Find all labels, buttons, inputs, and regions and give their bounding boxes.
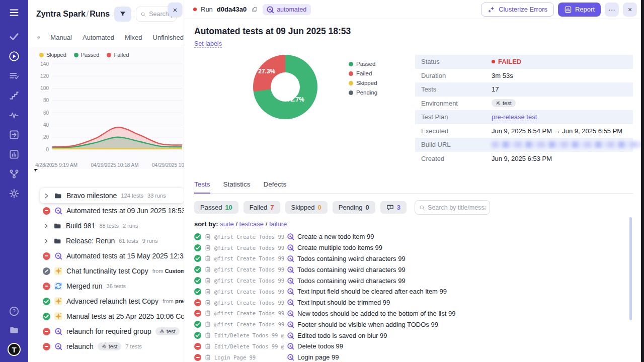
test-title[interactable]: Text input field should be cleared after… [297,288,447,295]
test-row[interactable]: @first Create Todos 99...Footer should b… [194,319,633,330]
info-value[interactable]: pre-release test [492,113,537,121]
expand-chevron-icon[interactable] [43,223,49,229]
sidebar-item-gear[interactable] [9,188,20,199]
tests-search[interactable] [415,200,490,215]
sidebar-item-folders[interactable] [9,324,20,335]
test-suite[interactable]: @first Create Todos 99... [214,266,284,273]
test-suite[interactable]: @first Create Todos 99... [214,234,284,240]
test-plan-link[interactable]: pre-release test [492,113,537,121]
test-suite[interactable]: @first Create Todos 99... [214,289,284,295]
close-run-button[interactable]: × [623,3,637,17]
filter-chip-skipped[interactable]: Skipped0 [285,201,328,214]
sidebar-item-check[interactable] [9,31,20,42]
run-row[interactable]: Chat functinality test Copyfrom Custom S… [28,263,184,279]
menu-icon[interactable] [9,7,20,18]
test-suite[interactable]: @first Create Todos 99... [214,255,284,261]
sidebar-item-stairs[interactable] [9,90,20,101]
filter-button[interactable] [114,7,131,22]
run-row[interactable]: relaunch for required grouptest2 tests [28,324,184,339]
test-suite[interactable]: Edit/Delete Todos 99 @... [214,332,284,338]
test-row[interactable]: @first Create Todos 99...New todos shoul… [194,308,633,319]
run-row[interactable]: Automated tests at 09 Jun 2025 18:53from… [28,203,184,218]
automated-badge[interactable]: automated [263,4,311,15]
menu-icon[interactable] [9,7,20,18]
tab-defects[interactable]: Defects [264,180,287,193]
tab-statistics[interactable]: Statistics [223,180,251,193]
runs-filter-type-icon[interactable] [37,33,40,42]
filter-chip-passed[interactable]: Passed10 [194,201,238,214]
sidebar-item-pulse[interactable] [9,110,20,121]
test-row[interactable]: @first Create Todos 99...Todos containin… [194,275,633,286]
run-row[interactable]: Automated tests at 15 May 2025 12:32from… [28,248,184,263]
sidebar-item-bar-chart[interactable] [9,149,20,160]
test-row[interactable]: @first Create Todos 99...Create multiple… [194,242,633,253]
set-labels-link[interactable]: Set labels [194,40,222,48]
brand-logo[interactable]: T [8,343,21,356]
test-suite[interactable]: Login Page 99 [214,354,284,360]
runs-tab-automated[interactable]: Automated [83,34,114,41]
run-row[interactable]: Merged run36 tests [28,279,184,294]
sidebar-item-help[interactable]: ? [9,306,20,317]
test-row[interactable]: Login Page 99Login page 99 [194,352,633,362]
test-row[interactable]: @first Create Todos 99...Text input fiel… [194,286,633,297]
test-title[interactable]: Edited todo is saved on blur 99 [297,332,387,339]
sidebar-item-list-check[interactable] [9,70,20,81]
test-suite[interactable]: @first Create Todos 99... [214,310,284,316]
runs-tab-unfinished[interactable]: Unfinished [153,34,184,41]
test-title[interactable]: New todos should be added to the bottom … [297,310,455,317]
filter-chip-failed[interactable]: Failed7 [244,201,280,214]
test-suite[interactable]: @first Create Todos 99... [214,300,284,306]
test-suite[interactable]: @first Create Todos 99... [214,245,284,251]
run-row[interactable]: Manual tests at 25 Apr 2025 10:06 Copyfr… [28,309,184,324]
tests-search-input[interactable] [428,204,486,211]
run-folder-row[interactable]: Build 98188 tests2 runs [28,218,184,233]
test-row[interactable]: @first Create Todos 99...Todos containin… [194,264,633,275]
runs-tab-mixed[interactable]: Mixed [125,34,142,41]
test-row[interactable]: @first Create Todos 99...Text input shou… [194,297,633,308]
sidebar-item-play-circle[interactable] [9,51,20,62]
expand-chevron-icon[interactable] [43,238,49,244]
expand-chevron-icon[interactable] [43,193,50,199]
run-folder-row[interactable]: Bravo milestone124 tests33 runs [40,188,184,203]
test-suite[interactable]: Edit/Delete Todos 99 @... [214,343,284,349]
test-title[interactable]: Footer should be visible when adding TOD… [297,321,438,328]
test-suite[interactable]: @first Create Todos 99... [214,321,284,327]
report-button[interactable]: Report [558,3,601,17]
clusterize-errors-button[interactable]: Clusterize Errors [481,3,554,17]
test-title[interactable]: Text input should be trimmed 99 [297,299,390,306]
test-title[interactable]: Create a new todo item 99 [297,233,374,240]
tab-tests[interactable]: Tests [194,180,210,194]
project-name[interactable]: Zyntra Spark [36,10,86,18]
test-row[interactable]: Edit/Delete Todos 99 @...Delete todos 99 [194,341,633,352]
sidebar-item-git-branch[interactable] [9,168,20,179]
test-title[interactable]: Todos containing weird characters 99 [297,277,406,285]
info-value: 17 [492,85,499,93]
filter-chip-pending[interactable]: Pending0 [333,201,375,214]
run-folder-row[interactable]: Release: Rerun61 tests9 runs [28,233,184,248]
test-suite[interactable]: @first Create Todos 99... [214,278,284,284]
panel-close-button[interactable]: × [168,3,182,17]
test-title[interactable]: Todos containing weird characters 99 [297,266,406,274]
sort-link-testcase[interactable]: testcase [239,220,264,228]
comments-filter-chip[interactable]: 3 [380,201,407,214]
run-row[interactable]: Advanced relaunch test Copyfrom pre-rele… [28,294,184,309]
test-title[interactable]: Delete todos 99 [297,342,343,350]
test-row[interactable]: Edit/Delete Todos 99 @...Edited todo is … [194,330,633,341]
sort-link-failure[interactable]: failure [269,220,287,228]
test-title[interactable]: Create multiple todo items 99 [297,244,382,251]
info-label: Test Plan [421,113,492,121]
test-row[interactable]: @first Create Todos 99...Create a new to… [194,231,633,242]
run-detail: Run d0da43a0 automated Clusterize Errors… [184,0,644,362]
runs-history-chart: SkippedPassedFailed 020406080100120140 4… [28,47,184,169]
sort-link-suite[interactable]: suite [220,220,233,228]
info-value: FAILED [492,58,521,65]
test-title[interactable]: Login page 99 [297,353,339,361]
more-button[interactable]: ··· [605,3,619,17]
test-title[interactable]: Todos containing weird characters 99 [297,255,406,262]
sidebar-item-exit[interactable] [9,129,20,140]
test-row[interactable]: @first Create Todos 99...Todos containin… [194,253,633,264]
tests-scrollbar[interactable] [629,217,632,320]
run-row[interactable]: relaunchtest7 tests [28,339,184,354]
copy-icon[interactable] [251,6,259,14]
runs-tab-manual[interactable]: Manual [50,34,72,41]
